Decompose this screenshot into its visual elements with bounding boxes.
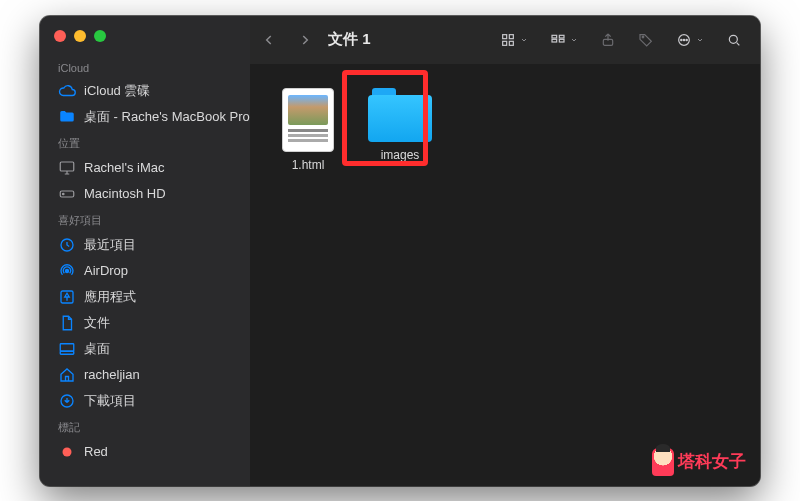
svg-rect-10 xyxy=(503,34,507,38)
forward-button[interactable] xyxy=(298,33,312,47)
svg-point-24 xyxy=(729,35,737,43)
sidebar-item-imac[interactable]: Rachel's iMac xyxy=(40,155,250,181)
watermark: 塔科女子 xyxy=(652,448,746,476)
file-grid[interactable]: 1.html images xyxy=(250,64,760,486)
sidebar-item-label: Rachel's iMac xyxy=(84,160,165,175)
desktop-icon xyxy=(58,340,76,358)
svg-rect-17 xyxy=(559,39,564,42)
section-header-tags: 標記 xyxy=(40,414,250,439)
folder-icon xyxy=(368,88,432,142)
svg-rect-15 xyxy=(552,39,557,42)
folder-icon xyxy=(58,108,76,126)
svg-point-2 xyxy=(63,193,65,195)
sidebar-item-applications[interactable]: 應用程式 xyxy=(40,284,250,310)
clock-icon xyxy=(58,236,76,254)
svg-rect-7 xyxy=(60,351,74,354)
svg-rect-6 xyxy=(60,343,74,351)
sidebar-item-label: 桌面 xyxy=(84,340,110,358)
window-title: 文件 1 xyxy=(328,30,371,49)
sidebar-item-downloads[interactable]: 下載項目 xyxy=(40,388,250,414)
sidebar-item-label: 桌面 - Rache's MacBook Pro xyxy=(84,108,250,126)
svg-rect-13 xyxy=(509,41,513,45)
hdd-icon xyxy=(58,185,76,203)
sidebar-item-label: 應用程式 xyxy=(84,288,136,306)
toolbar: 文件 1 xyxy=(250,16,760,64)
svg-rect-12 xyxy=(503,41,507,45)
sidebar-item-desktop-macbook[interactable]: 桌面 - Rache's MacBook Pro xyxy=(40,104,250,130)
sidebar-item-desktop[interactable]: 桌面 xyxy=(40,336,250,362)
home-icon xyxy=(58,366,76,384)
section-header-locations: 位置 xyxy=(40,130,250,155)
sidebar-item-icloud-drive[interactable]: iCloud 雲碟 xyxy=(40,78,250,104)
action-menu-button[interactable] xyxy=(670,28,710,52)
minimize-button[interactable] xyxy=(74,30,86,42)
sidebar-item-label: Red xyxy=(84,444,108,459)
sidebar-item-macintosh-hd[interactable]: Macintosh HD xyxy=(40,181,250,207)
html-file-icon xyxy=(282,88,334,152)
cloud-icon xyxy=(58,82,76,100)
svg-rect-16 xyxy=(559,35,564,38)
sidebar-item-recents[interactable]: 最近項目 xyxy=(40,232,250,258)
document-icon xyxy=(58,314,76,332)
mascot-icon xyxy=(652,448,674,476)
svg-rect-11 xyxy=(509,34,513,38)
section-header-icloud: iCloud xyxy=(40,56,250,78)
watermark-text: 塔科女子 xyxy=(678,450,746,473)
file-item-html[interactable]: 1.html xyxy=(264,82,352,178)
main-area: 文件 1 xyxy=(250,16,760,486)
view-grid-button[interactable] xyxy=(494,28,534,52)
sidebar-item-airdrop[interactable]: AirDrop xyxy=(40,258,250,284)
sidebar-item-label: 文件 xyxy=(84,314,110,332)
sidebar-item-tag-red[interactable]: Red xyxy=(40,439,250,465)
sidebar-item-label: Macintosh HD xyxy=(84,186,166,201)
svg-rect-14 xyxy=(552,35,557,38)
svg-point-23 xyxy=(686,39,687,40)
file-item-folder-images[interactable]: images xyxy=(356,82,444,168)
group-by-button[interactable] xyxy=(544,28,584,52)
download-icon xyxy=(58,392,76,410)
nav-buttons xyxy=(262,33,318,47)
imac-icon xyxy=(58,159,76,177)
svg-point-19 xyxy=(642,36,644,38)
svg-point-9 xyxy=(63,447,72,456)
sidebar-item-label: 最近項目 xyxy=(84,236,136,254)
sidebar-item-home[interactable]: racheljian xyxy=(40,362,250,388)
tags-button[interactable] xyxy=(632,28,660,52)
svg-point-21 xyxy=(681,39,682,40)
file-label: images xyxy=(381,148,420,162)
finder-window: iCloud iCloud 雲碟 桌面 - Rache's MacBook Pr… xyxy=(40,16,760,486)
svg-point-22 xyxy=(683,39,684,40)
sidebar-item-label: 下載項目 xyxy=(84,392,136,410)
sidebar-item-label: AirDrop xyxy=(84,263,128,278)
tag-red-icon xyxy=(58,443,76,461)
search-button[interactable] xyxy=(720,28,748,52)
back-button[interactable] xyxy=(262,33,276,47)
sidebar-item-label: iCloud 雲碟 xyxy=(84,82,150,100)
share-button[interactable] xyxy=(594,28,622,52)
apps-icon xyxy=(58,288,76,306)
sidebar-item-documents[interactable]: 文件 xyxy=(40,310,250,336)
sidebar: iCloud iCloud 雲碟 桌面 - Rache's MacBook Pr… xyxy=(40,16,250,486)
fullscreen-button[interactable] xyxy=(94,30,106,42)
section-header-favorites: 喜好項目 xyxy=(40,207,250,232)
sidebar-item-label: racheljian xyxy=(84,367,140,382)
svg-point-4 xyxy=(66,269,69,272)
window-traffic-lights xyxy=(40,26,250,56)
airdrop-icon xyxy=(58,262,76,280)
file-label: 1.html xyxy=(292,158,325,172)
svg-rect-0 xyxy=(60,162,74,171)
close-button[interactable] xyxy=(54,30,66,42)
